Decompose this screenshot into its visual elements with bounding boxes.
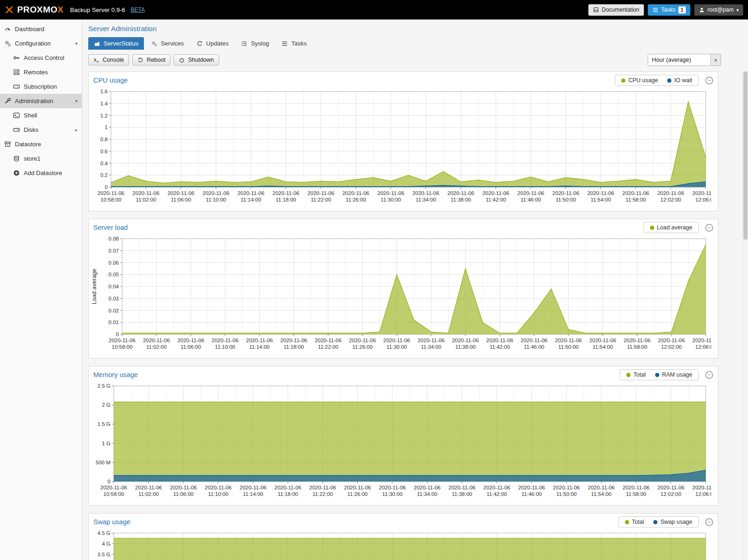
user-icon (699, 7, 705, 13)
svg-text:0.6: 0.6 (100, 149, 108, 154)
refresh-icon (196, 40, 203, 47)
gears-icon (151, 40, 157, 47)
svg-text:2020-11-06: 2020-11-06 (623, 485, 650, 490)
sidebar-item-access-control[interactable]: Access Control (0, 51, 82, 65)
svg-text:2020-11-06: 2020-11-06 (274, 485, 301, 490)
user-icon (699, 7, 705, 13)
legend-dot (626, 373, 631, 377)
sidebar-item-label: Remotes (24, 69, 48, 76)
svg-text:2020-11-06: 2020-11-06 (482, 190, 509, 196)
tab-serverstatus[interactable]: ServerStatus (88, 37, 144, 50)
scrollbar-thumb[interactable] (743, 72, 748, 240)
button-label: Console (103, 57, 124, 63)
tab-updates[interactable]: Updates (191, 37, 234, 50)
svg-text:0.04: 0.04 (109, 284, 119, 289)
svg-text:11:18:00: 11:18:00 (278, 491, 298, 497)
legend-item-total[interactable]: Total (625, 519, 644, 525)
legend-item-load-average[interactable]: Load average (650, 224, 692, 231)
svg-text:1.2: 1.2 (100, 113, 108, 118)
terminal-icon (13, 112, 20, 119)
server-icon (13, 69, 20, 76)
list-icon (652, 7, 658, 13)
caret-right-icon[interactable]: ▸ (75, 127, 78, 132)
console-icon (93, 57, 99, 63)
svg-text:2.5 G: 2.5 G (98, 383, 111, 389)
sidebar-item-label: Access Control (24, 54, 64, 61)
svg-text:10:58:00: 10:58:00 (101, 197, 122, 202)
legend-item-ram-usage[interactable]: RAM usage (655, 371, 692, 378)
sidebar-item-remotes[interactable]: Remotes (0, 65, 82, 79)
sidebar-item-datastore[interactable]: Datastore (0, 137, 82, 151)
tab-tasks[interactable]: Tasks (276, 37, 312, 50)
legend-dot (621, 78, 625, 83)
reboot-button[interactable]: Reboot (132, 54, 170, 65)
sidebar-item-disks[interactable]: Disks▸ (0, 123, 82, 137)
sidebar-item-shell[interactable]: Shell (0, 108, 82, 123)
caret-down-icon[interactable]: ▾ (75, 98, 78, 104)
svg-text:4.5 G: 4.5 G (98, 530, 111, 536)
sidebar-item-subscription[interactable]: Subscription (0, 79, 82, 94)
sidebar-item-add-datastore[interactable]: Add Datastore (0, 166, 82, 180)
svg-text:11:06:00: 11:06:00 (173, 491, 194, 497)
console-button[interactable]: Console (88, 54, 129, 65)
svg-text:11:30:00: 11:30:00 (382, 491, 403, 497)
legend-item-swap-usage[interactable]: Swap usage (653, 519, 692, 525)
svg-text:2020-11-06: 2020-11-06 (143, 338, 170, 343)
svg-text:11:54:00: 11:54:00 (592, 344, 613, 350)
sidebar-item-administration[interactable]: Administration▾ (0, 94, 82, 108)
button-label: Reboot (147, 57, 165, 63)
svg-text:2020-11-06: 2020-11-06 (237, 190, 264, 196)
caret-down-icon[interactable]: ▾ (75, 41, 78, 46)
legend-dot (625, 520, 629, 524)
sidebar-item-store1[interactable]: store1 (0, 151, 82, 166)
svg-text:1 G: 1 G (102, 441, 111, 446)
svg-text:2020-11-06: 2020-11-06 (315, 338, 342, 343)
toolbar: ConsoleRebootShutdown Hour (average) ▾ (82, 50, 748, 70)
product-version: Backup Server 0.9-6 (70, 7, 125, 13)
svg-text:2020-11-06: 2020-11-06 (246, 338, 273, 343)
documentation-button[interactable]: Documentation (588, 4, 644, 16)
collapse-panel-button[interactable]: − (705, 518, 713, 526)
svg-text:2020-11-06: 2020-11-06 (240, 485, 267, 490)
sidebar-item-label: Shell (24, 112, 37, 119)
list-bullets-icon (241, 40, 247, 47)
sidebar-item-label: Datastore (15, 141, 41, 148)
svg-text:11:58:00: 11:58:00 (627, 344, 647, 350)
combo-dropdown-trigger[interactable]: ▾ (710, 54, 721, 65)
svg-text:12:02:00: 12:02:00 (661, 344, 682, 350)
legend-item-cpu-usage[interactable]: CPU usage (621, 77, 658, 84)
svg-text:2020-11-06: 2020-11-06 (692, 190, 711, 196)
collapse-panel-button[interactable]: − (705, 371, 713, 379)
svg-text:2020-11-06: 2020-11-06 (587, 190, 614, 196)
tasks-label: Tasks (661, 7, 676, 13)
sidebar-item-label: Administration (15, 98, 53, 104)
svg-text:11:42:00: 11:42:00 (487, 491, 507, 497)
book-icon (593, 7, 599, 13)
svg-text:2020-11-06: 2020-11-06 (135, 485, 162, 490)
tasks-button[interactable]: Tasks 1 (648, 4, 690, 16)
user-menu-button[interactable]: root@pam ▾ (694, 4, 743, 16)
time-range-select[interactable]: Hour (average) ▾ (648, 54, 721, 66)
sidebar-item-dashboard[interactable]: Dashboard (0, 22, 82, 36)
svg-text:2020-11-06: 2020-11-06 (109, 338, 136, 343)
svg-text:11:58:00: 11:58:00 (626, 491, 646, 497)
tasks-badge: 1 (678, 7, 686, 13)
beta-link[interactable]: BETA (130, 7, 144, 13)
sidebar-item-configuration[interactable]: Configuration▾ (0, 36, 82, 51)
collapse-panel-button[interactable]: − (705, 77, 713, 85)
chart-plot-swap-usage: 0500 M1 G1.5 G2 G2.5 G3 G3.5 G4 G4.5 G20… (89, 529, 711, 560)
legend-item-total[interactable]: Total (626, 371, 645, 378)
legend-label: Swap usage (660, 519, 692, 525)
chart-title: CPU usage (93, 77, 615, 84)
vertical-scrollbar[interactable] (742, 71, 748, 560)
shutdown-button[interactable]: Shutdown (174, 54, 219, 65)
collapse-panel-button[interactable]: − (705, 224, 713, 232)
tab-syslog[interactable]: Syslog (235, 37, 274, 50)
book-icon (593, 7, 599, 13)
legend-item-io-wait[interactable]: IO wait (667, 77, 692, 84)
svg-text:0.06: 0.06 (109, 260, 119, 266)
svg-text:2020-11-06: 2020-11-06 (212, 338, 239, 343)
proxmox-x-icon (5, 6, 14, 14)
tabbar: ServerStatusServicesUpdatesSyslogTasks (82, 37, 748, 50)
tab-services[interactable]: Services (145, 37, 189, 50)
